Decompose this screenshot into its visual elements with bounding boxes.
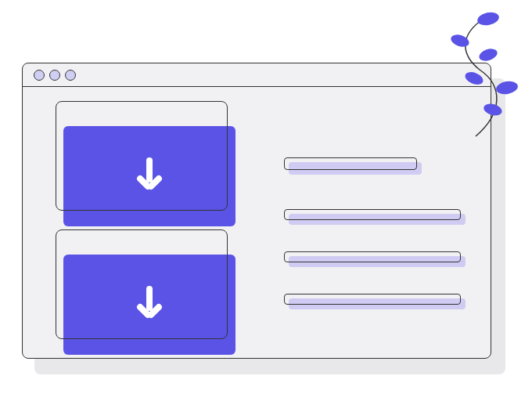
svg-point-2 [477,47,498,63]
svg-point-1 [449,33,470,49]
text-placeholder-line [284,209,461,220]
titlebar [23,63,491,87]
text-placeholder-line [284,294,461,305]
text-placeholder-line [284,251,461,262]
browser-window [22,63,491,359]
download-card-outline [56,101,228,211]
window-control-dot[interactable] [34,70,45,81]
window-control-dot[interactable] [49,70,60,81]
download-card-outline [56,229,228,339]
window-control-dot[interactable] [65,70,76,81]
svg-point-0 [476,11,501,27]
text-placeholder-line [284,157,417,170]
